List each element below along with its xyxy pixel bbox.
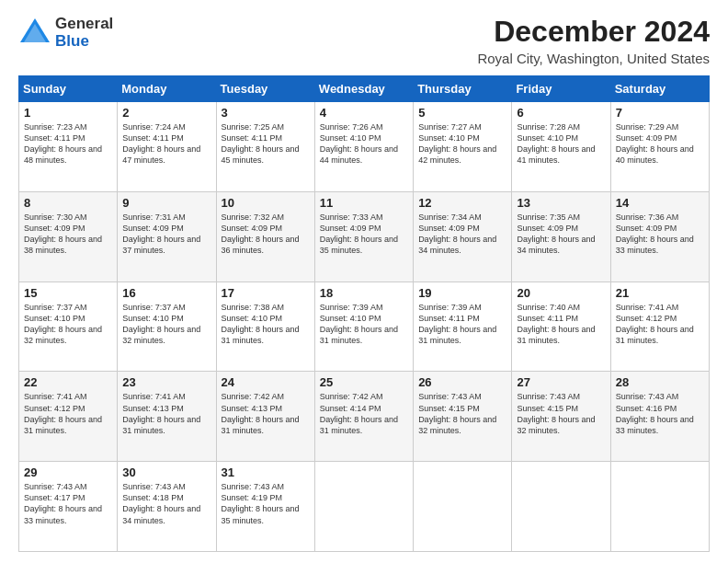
cell-text: Sunrise: 7:41 AMSunset: 4:12 PMDaylight:…	[24, 392, 102, 434]
cell-text: Sunrise: 7:43 AMSunset: 4:17 PMDaylight:…	[24, 482, 102, 524]
cell-text: Sunrise: 7:31 AMSunset: 4:09 PMDaylight:…	[122, 213, 200, 255]
calendar-cell: 26Sunrise: 7:43 AMSunset: 4:15 PMDayligh…	[414, 372, 512, 462]
cell-text: Sunrise: 7:39 AMSunset: 4:11 PMDaylight:…	[418, 303, 496, 345]
calendar-cell: 25Sunrise: 7:42 AMSunset: 4:14 PMDayligh…	[314, 372, 413, 462]
calendar-week-row: 8Sunrise: 7:30 AMSunset: 4:09 PMDaylight…	[19, 191, 710, 282]
cell-text: Sunrise: 7:34 AMSunset: 4:09 PMDaylight:…	[418, 213, 496, 255]
calendar-cell	[414, 462, 512, 552]
day-number: 9	[122, 196, 210, 210]
calendar-cell	[610, 462, 709, 552]
cell-text: Sunrise: 7:40 AMSunset: 4:11 PMDaylight:…	[517, 303, 595, 345]
day-number: 29	[24, 465, 112, 479]
day-number: 2	[122, 106, 210, 120]
calendar-cell	[314, 462, 413, 552]
cell-text: Sunrise: 7:42 AMSunset: 4:14 PMDaylight:…	[320, 392, 398, 434]
calendar-cell: 13Sunrise: 7:35 AMSunset: 4:09 PMDayligh…	[512, 191, 610, 282]
cell-text: Sunrise: 7:25 AMSunset: 4:11 PMDaylight:…	[222, 122, 300, 165]
day-number: 13	[517, 196, 605, 210]
day-number: 7	[616, 106, 704, 120]
calendar-cell: 14Sunrise: 7:36 AMSunset: 4:09 PMDayligh…	[610, 191, 709, 282]
calendar-cell: 7Sunrise: 7:29 AMSunset: 4:09 PMDaylight…	[610, 102, 709, 192]
day-number: 8	[24, 196, 112, 210]
calendar-day-header: Thursday	[414, 76, 512, 102]
cell-text: Sunrise: 7:43 AMSunset: 4:19 PMDaylight:…	[222, 482, 300, 524]
calendar-cell: 20Sunrise: 7:40 AMSunset: 4:11 PMDayligh…	[512, 282, 610, 372]
calendar-cell: 30Sunrise: 7:43 AMSunset: 4:18 PMDayligh…	[118, 462, 216, 552]
cell-text: Sunrise: 7:33 AMSunset: 4:09 PMDaylight:…	[320, 213, 398, 255]
day-number: 24	[222, 375, 310, 389]
day-number: 14	[616, 196, 704, 210]
cell-text: Sunrise: 7:41 AMSunset: 4:12 PMDaylight:…	[616, 303, 694, 345]
calendar-cell: 5Sunrise: 7:27 AMSunset: 4:10 PMDaylight…	[414, 102, 512, 192]
calendar-day-header: Wednesday	[314, 76, 413, 102]
calendar-cell: 10Sunrise: 7:32 AMSunset: 4:09 PMDayligh…	[216, 191, 314, 282]
calendar-week-row: 15Sunrise: 7:37 AMSunset: 4:10 PMDayligh…	[19, 282, 710, 372]
calendar-day-header: Saturday	[610, 76, 709, 102]
calendar-cell: 12Sunrise: 7:34 AMSunset: 4:09 PMDayligh…	[414, 191, 512, 282]
cell-text: Sunrise: 7:24 AMSunset: 4:11 PMDaylight:…	[122, 122, 200, 165]
cell-text: Sunrise: 7:27 AMSunset: 4:10 PMDaylight:…	[418, 122, 496, 165]
cell-text: Sunrise: 7:32 AMSunset: 4:09 PMDaylight:…	[222, 213, 300, 255]
calendar-day-header: Tuesday	[216, 76, 314, 102]
day-number: 27	[517, 375, 605, 389]
calendar-table: SundayMondayTuesdayWednesdayThursdayFrid…	[18, 75, 710, 552]
calendar-body: 1Sunrise: 7:23 AMSunset: 4:11 PMDaylight…	[19, 102, 710, 552]
calendar-cell: 1Sunrise: 7:23 AMSunset: 4:11 PMDaylight…	[19, 102, 118, 192]
cell-text: Sunrise: 7:29 AMSunset: 4:09 PMDaylight:…	[616, 122, 694, 165]
day-number: 28	[616, 375, 704, 389]
calendar-cell: 31Sunrise: 7:43 AMSunset: 4:19 PMDayligh…	[216, 462, 314, 552]
cell-text: Sunrise: 7:37 AMSunset: 4:10 PMDaylight:…	[122, 303, 200, 345]
day-number: 12	[418, 196, 506, 210]
calendar-cell: 6Sunrise: 7:28 AMSunset: 4:10 PMDaylight…	[512, 102, 610, 192]
cell-text: Sunrise: 7:36 AMSunset: 4:09 PMDaylight:…	[616, 213, 694, 255]
day-number: 23	[122, 375, 210, 389]
day-number: 25	[320, 375, 408, 389]
calendar-cell: 15Sunrise: 7:37 AMSunset: 4:10 PMDayligh…	[19, 282, 118, 372]
logo-icon	[18, 15, 51, 52]
cell-text: Sunrise: 7:42 AMSunset: 4:13 PMDaylight:…	[222, 392, 300, 434]
day-number: 30	[122, 465, 210, 479]
day-number: 4	[320, 106, 408, 120]
logo-blue-text: Blue	[55, 33, 113, 51]
cell-text: Sunrise: 7:26 AMSunset: 4:10 PMDaylight:…	[320, 122, 398, 165]
calendar-week-row: 1Sunrise: 7:23 AMSunset: 4:11 PMDaylight…	[19, 102, 710, 192]
logo-general-text: General	[55, 16, 113, 33]
cell-text: Sunrise: 7:35 AMSunset: 4:09 PMDaylight:…	[517, 213, 595, 255]
day-number: 16	[122, 286, 210, 300]
calendar-cell: 24Sunrise: 7:42 AMSunset: 4:13 PMDayligh…	[216, 372, 314, 462]
calendar-cell: 29Sunrise: 7:43 AMSunset: 4:17 PMDayligh…	[19, 462, 118, 552]
title-section: December 2024 Royal City, Washington, Un…	[477, 15, 710, 66]
calendar-cell: 22Sunrise: 7:41 AMSunset: 4:12 PMDayligh…	[19, 372, 118, 462]
day-number: 21	[616, 286, 704, 300]
day-number: 11	[320, 196, 408, 210]
calendar-cell: 8Sunrise: 7:30 AMSunset: 4:09 PMDaylight…	[19, 191, 118, 282]
calendar-header-row: SundayMondayTuesdayWednesdayThursdayFrid…	[19, 76, 710, 102]
day-number: 19	[418, 286, 506, 300]
cell-text: Sunrise: 7:43 AMSunset: 4:15 PMDaylight:…	[517, 392, 595, 434]
cell-text: Sunrise: 7:39 AMSunset: 4:10 PMDaylight:…	[320, 303, 398, 345]
calendar-day-header: Monday	[118, 76, 216, 102]
day-number: 1	[24, 106, 112, 120]
calendar-cell: 9Sunrise: 7:31 AMSunset: 4:09 PMDaylight…	[118, 191, 216, 282]
calendar-cell: 17Sunrise: 7:38 AMSunset: 4:10 PMDayligh…	[216, 282, 314, 372]
cell-text: Sunrise: 7:38 AMSunset: 4:10 PMDaylight:…	[222, 303, 300, 345]
calendar-week-row: 29Sunrise: 7:43 AMSunset: 4:17 PMDayligh…	[19, 462, 710, 552]
calendar-cell: 16Sunrise: 7:37 AMSunset: 4:10 PMDayligh…	[118, 282, 216, 372]
cell-text: Sunrise: 7:43 AMSunset: 4:15 PMDaylight:…	[418, 392, 496, 434]
day-number: 10	[222, 196, 310, 210]
main-title: December 2024	[477, 15, 710, 49]
calendar-cell: 19Sunrise: 7:39 AMSunset: 4:11 PMDayligh…	[414, 282, 512, 372]
day-number: 5	[418, 106, 506, 120]
day-number: 15	[24, 286, 112, 300]
cell-text: Sunrise: 7:30 AMSunset: 4:09 PMDaylight:…	[24, 213, 102, 255]
calendar-cell: 23Sunrise: 7:41 AMSunset: 4:13 PMDayligh…	[118, 372, 216, 462]
calendar-week-row: 22Sunrise: 7:41 AMSunset: 4:12 PMDayligh…	[19, 372, 710, 462]
logo-name: General Blue	[55, 16, 113, 50]
cell-text: Sunrise: 7:23 AMSunset: 4:11 PMDaylight:…	[24, 122, 102, 165]
calendar-cell: 4Sunrise: 7:26 AMSunset: 4:10 PMDaylight…	[314, 102, 413, 192]
subtitle: Royal City, Washington, United States	[477, 51, 710, 66]
calendar-cell: 11Sunrise: 7:33 AMSunset: 4:09 PMDayligh…	[314, 191, 413, 282]
cell-text: Sunrise: 7:41 AMSunset: 4:13 PMDaylight:…	[122, 392, 200, 434]
calendar-cell: 18Sunrise: 7:39 AMSunset: 4:10 PMDayligh…	[314, 282, 413, 372]
calendar-cell	[512, 462, 610, 552]
